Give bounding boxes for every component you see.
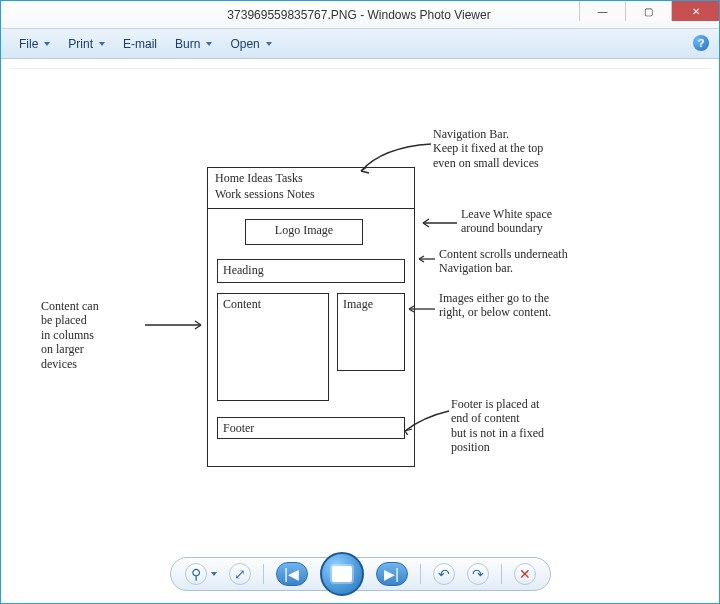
rotate-cw-button[interactable]: ↷ [467,563,489,585]
wireframe-logo: Logo Image [245,219,363,245]
help-button[interactable]: ? [693,35,709,51]
menu-open[interactable]: Open [222,33,279,55]
next-icon: ▶| [384,566,399,582]
arrow-icon [417,215,459,233]
menu-print[interactable]: Print [60,33,113,55]
arrow-icon [415,253,437,267]
fit-window-button[interactable]: ⤢ [229,563,251,585]
previous-button[interactable]: |◀ [276,562,308,586]
window-buttons: — ▢ ✕ [579,1,719,28]
chevron-down-icon [266,42,272,46]
zoom-icon: ⚲ [185,563,207,585]
menu-print-label: Print [68,37,93,51]
menu-burn-label: Burn [175,37,200,51]
menu-email-label: E-mail [123,37,157,51]
delete-button[interactable]: ✕ [514,563,536,585]
close-button[interactable]: ✕ [671,1,719,21]
zoom-group[interactable]: ⚲ [185,563,217,585]
chevron-down-icon [206,42,212,46]
chevron-down-icon [44,42,50,46]
arrow-icon [143,317,207,335]
slideshow-icon [332,566,352,582]
toolbar-pill: ⚲ ⤢ |◀ ▶| ↶ ↷ ✕ [170,557,551,591]
annotation-footer: Footer is placed at end of content but i… [451,397,651,455]
wireframe-image: Image [337,293,405,371]
menu-file-label: File [19,37,38,51]
chevron-down-icon [211,572,217,576]
menu-burn[interactable]: Burn [167,33,220,55]
arrow-icon [353,139,433,179]
chevron-down-icon [99,42,105,46]
maximize-button[interactable]: ▢ [625,1,671,21]
help-icon: ? [698,37,705,49]
annotation-whitespace: Leave White space around boundary [461,207,641,236]
wireframe-nav-row1: Home Ideas Tasks [215,171,303,186]
wireframe-nav-row2: Work sessions Notes [215,187,315,202]
menu-file[interactable]: File [11,33,58,55]
separator [501,564,502,584]
wireframe-footer: Footer [217,417,405,439]
minimize-button[interactable]: — [579,1,625,21]
window-titlebar: 373969559835767.PNG - Windows Photo View… [1,1,719,29]
wireframe-content: Content [217,293,329,401]
photo-viewport: Home Ideas Tasks Work sessions Notes Log… [1,59,719,545]
menu-open-label: Open [230,37,259,51]
separator [420,564,421,584]
rotate-ccw-icon: ↶ [438,566,450,582]
rotate-cw-icon: ↷ [472,566,484,582]
arrow-icon [405,303,437,317]
viewer-toolbar: ⚲ ⤢ |◀ ▶| ↶ ↷ ✕ [1,545,719,603]
next-button[interactable]: ▶| [376,562,408,586]
fit-icon: ⤢ [234,566,246,582]
slideshow-button[interactable] [320,552,364,596]
menu-bar: File Print E-mail Burn Open ? [1,29,719,59]
separator [263,564,264,584]
annotation-images: Images either go to the right, or below … [439,291,669,320]
menu-email[interactable]: E-mail [115,33,165,55]
delete-icon: ✕ [519,566,531,582]
prev-icon: |◀ [284,566,299,582]
annotation-scroll: Content scrolls underneath Navigation ba… [439,247,659,276]
window-title: 373969559835767.PNG - Windows Photo View… [139,8,579,22]
arrow-icon [399,407,451,435]
annotation-nav: Navigation Bar. Keep it fixed at the top… [433,127,643,170]
wireframe-heading: Heading [217,259,405,283]
rotate-ccw-button[interactable]: ↶ [433,563,455,585]
